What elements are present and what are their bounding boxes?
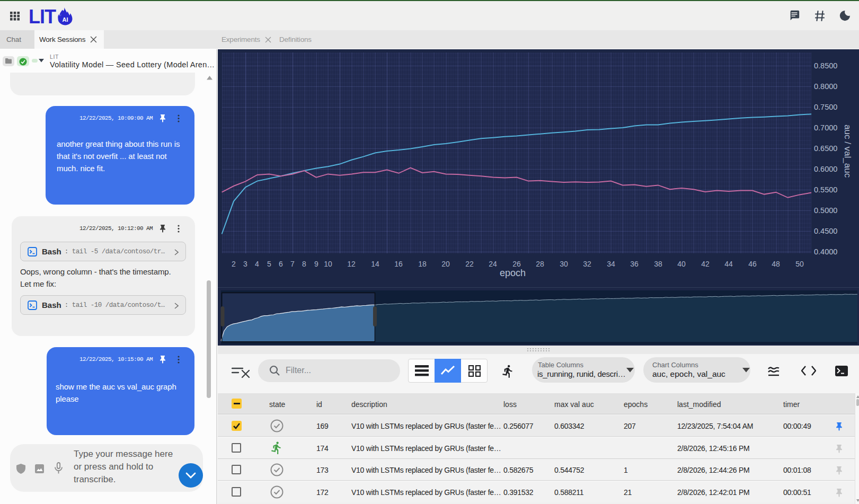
svg-text:AI: AI: [63, 16, 68, 23]
